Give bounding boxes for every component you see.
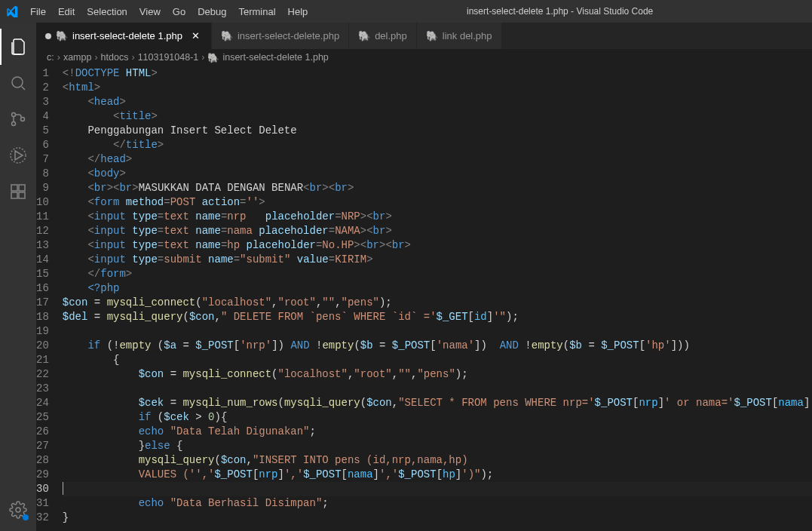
line-number: 14 <box>36 253 49 267</box>
svg-rect-7 <box>11 192 17 198</box>
code-line[interactable]: <input type=text name=hp placeholder=No.… <box>63 238 812 253</box>
menu-item-view[interactable]: View <box>133 0 167 23</box>
code-line[interactable]: if (!empty ($a = $_POST['nrp']) AND !emp… <box>63 339 812 353</box>
breadcrumb-part[interactable]: c: <box>47 52 54 63</box>
line-number: 22 <box>36 367 49 382</box>
line-number: 16 <box>36 281 49 296</box>
code-line[interactable]: <body> <box>63 167 812 181</box>
line-number: 28 <box>36 453 49 468</box>
files-icon[interactable] <box>0 29 36 65</box>
svg-marker-4 <box>15 151 23 160</box>
search-icon[interactable] <box>0 65 36 101</box>
code-line[interactable]: $cek = mysqli_num_rows(mysqli_query($con… <box>63 396 812 410</box>
line-number: 21 <box>36 353 49 367</box>
extensions-icon[interactable] <box>0 173 36 210</box>
php-icon: 🐘 <box>56 30 68 41</box>
code-line[interactable]: echo "Data Telah Digunakan"; <box>63 425 812 439</box>
line-number-gutter: 1234567891011121314151617181920212223242… <box>36 66 63 531</box>
svg-point-2 <box>12 122 16 126</box>
svg-rect-9 <box>19 185 25 191</box>
source-control-icon[interactable] <box>0 101 36 137</box>
php-icon: 🐘 <box>221 30 233 41</box>
line-number: 32 <box>36 511 49 525</box>
breadcrumb[interactable]: c:›xampp›htdocs›1103191048-1›🐘insert-sel… <box>36 49 812 66</box>
tab-label: insert-select-delete 1.php <box>72 30 182 41</box>
code-line[interactable]: <form method=POST action=''> <box>63 195 812 210</box>
chevron-right-icon: › <box>131 52 134 63</box>
code-line[interactable]: { <box>63 353 812 367</box>
code-line[interactable]: <input type=submit name="submit" value=K… <box>63 253 812 267</box>
code-line[interactable] <box>63 382 812 396</box>
vscode-logo-icon <box>6 5 18 17</box>
code-editor[interactable]: 1234567891011121314151617181920212223242… <box>36 66 812 531</box>
breadcrumb-part[interactable]: htdocs <box>101 52 129 63</box>
line-number: 18 <box>36 310 49 324</box>
line-number: 23 <box>36 382 49 396</box>
code-line[interactable]: <?php <box>63 281 812 296</box>
menu-bar: FileEditSelectionViewGoDebugTerminalHelp <box>24 0 314 23</box>
line-number: 13 <box>36 238 49 253</box>
code-line[interactable]: <input type=text name=nama placeholder=N… <box>63 224 812 238</box>
code-line[interactable]: <input type=text name=nrp placeholder=NR… <box>63 210 812 224</box>
line-number: 5 <box>36 124 49 138</box>
menu-item-go[interactable]: Go <box>167 0 192 23</box>
menu-item-terminal[interactable]: Terminal <box>232 0 281 23</box>
tabs-row: 🐘insert-select-delete 1.php✕🐘insert-sele… <box>36 23 812 49</box>
chevron-right-icon: › <box>94 52 97 63</box>
tab-1[interactable]: 🐘insert-select-delete.php <box>212 23 349 49</box>
code-line[interactable]: VALUES ('','$_POST[nrp]','$_POST[nama]',… <box>63 468 812 482</box>
line-number: 25 <box>36 410 49 425</box>
line-number: 31 <box>36 496 49 511</box>
line-number: 2 <box>36 81 49 95</box>
line-number: 6 <box>36 138 49 152</box>
code-line[interactable]: echo "Data Berhasil Disimpan"; <box>63 496 812 511</box>
editor-area: 🐘insert-select-delete 1.php✕🐘insert-sele… <box>36 23 812 531</box>
tab-2[interactable]: 🐘del.php <box>349 23 417 49</box>
code-line[interactable]: </form> <box>63 267 812 281</box>
php-icon: 🐘 <box>426 30 438 41</box>
line-number: 4 <box>36 109 49 124</box>
activity-bar <box>0 23 36 531</box>
breadcrumb-part[interactable]: 1103191048-1 <box>138 52 199 63</box>
code-line[interactable]: mysqli_query($con,"INSERT INTO pens (id,… <box>63 453 812 468</box>
tab-label: del.php <box>375 30 407 41</box>
menu-item-file[interactable]: File <box>24 0 52 23</box>
code-content[interactable]: <!DOCTYPE HTML><html> <head> <title> Pen… <box>63 66 812 531</box>
code-line[interactable] <box>63 482 812 496</box>
code-line[interactable]: </title> <box>63 138 812 152</box>
code-line[interactable]: $del = mysqli_query($con," DELETE FROM `… <box>63 310 812 324</box>
code-line[interactable]: $con = mysqli_connect("localhost","root"… <box>63 367 812 382</box>
code-line[interactable]: </head> <box>63 152 812 167</box>
code-line[interactable]: } <box>63 511 812 525</box>
chevron-right-icon: › <box>201 52 204 63</box>
code-line[interactable]: }else { <box>63 439 812 453</box>
line-number: 26 <box>36 425 49 439</box>
menu-item-selection[interactable]: Selection <box>81 0 133 23</box>
menu-item-debug[interactable]: Debug <box>192 0 232 23</box>
tab-3[interactable]: 🐘link del.php <box>417 23 502 49</box>
debug-alt-icon[interactable] <box>0 137 36 173</box>
code-line[interactable]: if ($cek > 0){ <box>63 410 812 425</box>
tab-0[interactable]: 🐘insert-select-delete 1.php✕ <box>36 23 212 49</box>
close-icon[interactable]: ✕ <box>190 30 202 42</box>
breadcrumb-part[interactable]: xampp <box>63 52 92 63</box>
code-line[interactable] <box>63 324 812 339</box>
code-line[interactable]: Penggabungan Insert Select Delete <box>63 124 812 138</box>
line-number: 27 <box>36 439 49 453</box>
menu-item-edit[interactable]: Edit <box>52 0 81 23</box>
line-number: 3 <box>36 95 49 109</box>
breadcrumb-file[interactable]: insert-select-delete 1.php <box>222 52 328 63</box>
code-line[interactable]: <br><br>MASUKKAN DATA DENGAN BENAR<br><b… <box>63 181 812 195</box>
menu-item-help[interactable]: Help <box>282 0 314 23</box>
chevron-right-icon: › <box>57 52 60 63</box>
line-number: 11 <box>36 210 49 224</box>
code-line[interactable]: <head> <box>63 95 812 109</box>
text-cursor <box>63 482 64 495</box>
code-line[interactable]: <title> <box>63 109 812 124</box>
window-title: insert-select-delete 1.php - Visual Stud… <box>314 6 806 17</box>
code-line[interactable]: <!DOCTYPE HTML> <box>63 66 812 81</box>
settings-gear-icon[interactable] <box>0 492 36 528</box>
line-number: 17 <box>36 296 49 310</box>
code-line[interactable]: <html> <box>63 81 812 95</box>
code-line[interactable]: $con = mysqli_connect("localhost","root"… <box>63 296 812 310</box>
